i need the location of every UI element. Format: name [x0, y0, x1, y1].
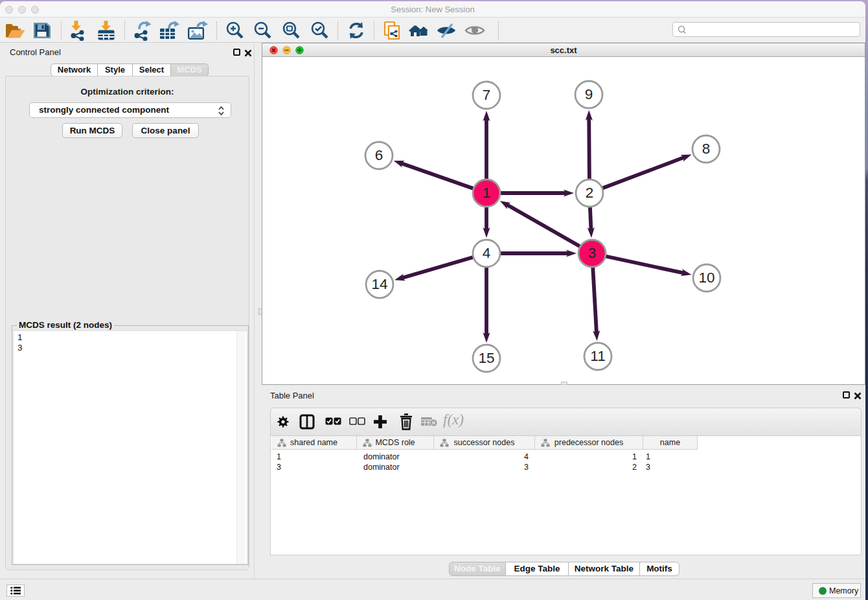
svg-text:1: 1: [483, 185, 491, 201]
svg-text:3: 3: [588, 245, 597, 261]
svg-text:10: 10: [698, 270, 714, 286]
svg-text:7: 7: [483, 87, 491, 103]
svg-text:15: 15: [478, 350, 494, 366]
svg-text:14: 14: [371, 276, 387, 292]
svg-text:8: 8: [702, 141, 711, 157]
svg-text:4: 4: [483, 245, 491, 261]
svg-text:9: 9: [585, 86, 593, 102]
svg-text:11: 11: [590, 348, 605, 364]
svg-text:2: 2: [586, 185, 594, 201]
svg-text:6: 6: [375, 147, 383, 163]
